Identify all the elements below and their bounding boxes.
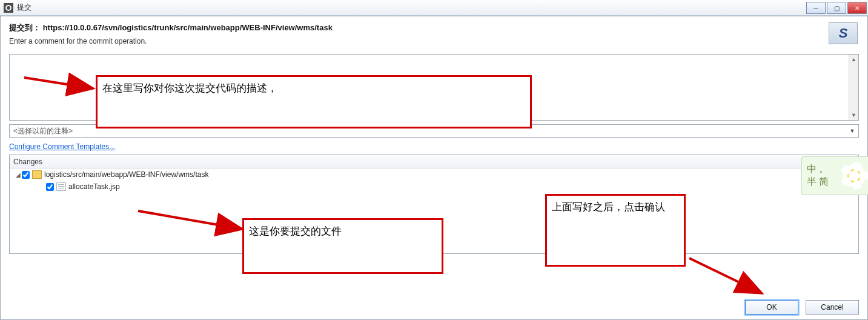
configure-templates-link[interactable]: Configure Comment Templates... bbox=[9, 142, 115, 151]
minimize-button[interactable]: ─ bbox=[806, 2, 826, 14]
ime-line-2: 半 简 bbox=[807, 176, 829, 188]
commit-dialog: 提交到： https://10.0.0.67/svn/logistics/tru… bbox=[0, 16, 868, 320]
scroll-track[interactable] bbox=[849, 64, 858, 110]
dialog-header: 提交到： https://10.0.0.67/svn/logistics/tru… bbox=[1, 16, 867, 54]
folder-icon bbox=[32, 170, 42, 179]
scroll-up-icon[interactable]: ▲ bbox=[849, 55, 858, 64]
changes-header: Changes 保持锁定 bbox=[10, 155, 858, 168]
cancel-button[interactable]: Cancel bbox=[806, 300, 859, 315]
header-title-prefix: 提交到： bbox=[9, 23, 41, 32]
header-title: 提交到： https://10.0.0.67/svn/logistics/tru… bbox=[9, 22, 855, 33]
comment-scrollbar[interactable]: ▲ ▼ bbox=[849, 55, 858, 120]
ok-button[interactable]: OK bbox=[745, 300, 798, 315]
file-icon bbox=[56, 182, 66, 191]
svn-logo-icon: S bbox=[829, 22, 858, 44]
tree-item-checkbox[interactable] bbox=[46, 183, 54, 191]
close-button[interactable]: ✕ bbox=[847, 2, 867, 14]
header-subtitle: Enter a comment for the commit operation… bbox=[9, 37, 855, 45]
table-row[interactable]: allocateTask.jsp bbox=[10, 181, 858, 193]
annotation-file-hint: 这是你要提交的文件 bbox=[242, 218, 443, 274]
previous-comments-placeholder: <选择以前的注释> bbox=[13, 126, 73, 136]
window-title: 提交 bbox=[17, 2, 31, 13]
annotation-ok-hint: 上面写好之后，点击确认 bbox=[545, 194, 686, 267]
ime-line-1: 中 。 bbox=[807, 163, 829, 176]
chevron-down-icon: ▼ bbox=[847, 126, 857, 136]
annotation-comment-hint: 在这里写你对你这次提交代码的描述， bbox=[96, 75, 532, 128]
changes-header-label: Changes bbox=[13, 158, 42, 166]
dialog-footer: OK Cancel bbox=[745, 300, 859, 315]
ime-text: 中 。 半 简 bbox=[802, 163, 829, 188]
table-row[interactable]: ◢ logistics/src/main/webapp/WEB-INF/view… bbox=[10, 168, 858, 181]
window-controls: ─ ▢ ✕ bbox=[806, 0, 868, 14]
ime-indicator[interactable]: 中 。 半 简 bbox=[801, 156, 868, 195]
tree-item-label: logistics/src/main/webapp/WEB-INF/view/w… bbox=[44, 170, 208, 179]
header-title-url: https://10.0.0.67/svn/logistics/trunk/sr… bbox=[43, 23, 333, 32]
tree-item-label: allocateTask.jsp bbox=[68, 182, 120, 191]
scroll-down-icon[interactable]: ▼ bbox=[849, 110, 858, 120]
maximize-button[interactable]: ▢ bbox=[827, 2, 846, 14]
tree-item-checkbox[interactable] bbox=[22, 171, 30, 179]
eclipse-icon bbox=[4, 3, 13, 13]
title-bar: 提交 bbox=[0, 0, 868, 16]
collapse-icon[interactable]: ◢ bbox=[15, 172, 22, 178]
flower-icon bbox=[843, 164, 866, 187]
